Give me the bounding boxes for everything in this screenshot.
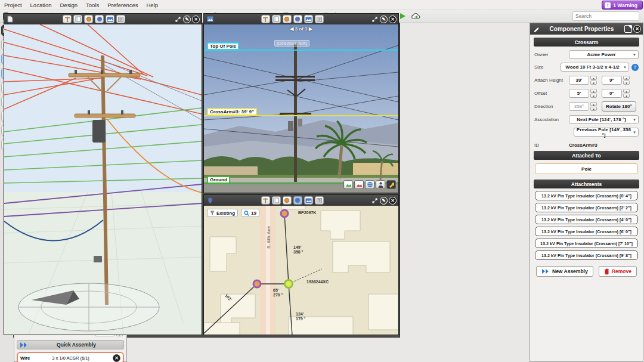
map-pole-marker-adjacent[interactable] [253,280,261,287]
quick-assembly-header[interactable]: Quick Assembly [17,340,124,349]
quick-assembly-row[interactable]: Wire 3 x 1/0 ACSR (6/1) ✕ [17,352,124,362]
compass-icon[interactable] [283,15,292,23]
menu-location[interactable]: Location [26,2,56,8]
spin-up-icon[interactable]: ▲ [590,89,597,93]
pole-view-icon[interactable] [63,15,72,23]
warning-badge[interactable]: ! 1 Warning [602,1,643,10]
offset-in-stepper[interactable]: 0" ▲▼ [602,88,630,98]
help-view-icon[interactable]: ? [315,15,324,23]
resize-icon[interactable] [370,196,379,205]
info-icon[interactable]: ? [631,64,639,71]
photo-view-header[interactable]: ? ✎ ✕ [204,14,398,24]
association-prev-select[interactable]: Previous Pole [149', 358 °]▼ [574,128,639,137]
edit-view-icon[interactable]: ✎ [183,16,191,23]
image-view-icon[interactable] [304,15,313,23]
person-icon[interactable] [376,180,385,189]
layout-view-icon[interactable] [272,15,281,23]
close-view-icon[interactable]: ✕ [389,16,397,23]
sphere-icon[interactable] [365,180,374,189]
photo-icon[interactable] [206,15,214,23]
compass-icon[interactable] [283,196,292,205]
spin-up-icon: ▲ [590,102,597,106]
attachment-button[interactable]: 13.2 kV Pin Type Insulator (Crossarm) [9… [535,250,638,260]
3d-scene[interactable] [4,24,202,335]
pin-view-icon[interactable] [293,196,302,205]
menu-design[interactable]: Design [56,2,82,8]
association-next-select[interactable]: Next Pole [124', 178 °]▼ [569,115,639,124]
menu-preferences[interactable]: Preferences [103,2,142,8]
pin-view-icon[interactable] [95,15,104,23]
wrench-icon[interactable] [386,180,396,189]
rotate-180-button[interactable]: Rotate 180° [602,101,636,112]
spin-down-icon[interactable]: ▼ [623,81,630,85]
menu-tools[interactable]: Tools [82,2,103,8]
page-icon[interactable] [6,15,14,23]
pole-view-icon[interactable] [261,196,270,205]
layout-view-icon[interactable] [73,15,82,23]
image-green-icon[interactable] [343,180,353,189]
remove-button[interactable]: Remove [599,266,637,277]
direction-stepper: 358° ▲▼ [569,102,597,112]
spin-down-icon[interactable]: ▼ [590,94,597,98]
attachment-button[interactable]: 13.2 kV Pin Type Insulator (Crossarm) [7… [535,239,638,248]
attached-to-pole-button[interactable]: Pole [535,163,638,174]
map-pin-icon[interactable] [206,196,214,205]
photo-content[interactable]: ◀ 3 of 3 ▶ (Direction: N/A) Top Of Pole … [204,24,398,193]
3d-view-header[interactable]: ? ✎ ✕ [4,14,202,24]
spin-down-icon[interactable]: ▼ [590,81,597,85]
map-view-header[interactable]: ? ✎ ✕ [204,195,398,206]
popout-icon[interactable] [624,25,632,33]
properties-panel-header: Component Properties ✕ [530,23,643,35]
attach-height-in-stepper[interactable]: 9" ▲▼ [602,75,630,85]
close-view-icon[interactable]: ✕ [192,16,200,23]
map-content[interactable]: Existing 19 S. 6th Ave BP2097K 1936244XC… [204,206,398,335]
image-red-icon[interactable] [354,180,364,189]
attachment-button[interactable]: 13.2 kV Pin Type Insulator (Crossarm) [4… [535,215,638,224]
map-zoom-chip[interactable]: 19 [241,209,259,217]
spin-down-icon[interactable]: ▼ [623,94,630,98]
menu-help[interactable]: Help [143,2,163,8]
close-view-icon[interactable]: ✕ [389,197,397,205]
search-input[interactable] [572,11,639,21]
3d-view-window: ? ✎ ✕ [4,13,202,335]
ground-label[interactable]: Ground [207,176,230,184]
next-photo-icon[interactable]: ▶ [307,26,312,32]
graphic-view-window: Graphic View - (1936244XC, Existing) + A… [0,0,400,338]
resize-icon[interactable] [174,15,182,23]
help-view-icon[interactable]: ? [315,196,324,205]
pole-view-icon[interactable] [261,15,270,23]
layout-view-icon[interactable] [272,196,281,205]
attach-height-ft-stepper[interactable]: 39' ▲▼ [569,75,597,85]
attachment-button[interactable]: 13.2 kV Pin Type Insulator (Crossarm) [6… [535,227,638,236]
image-view-icon[interactable] [106,15,114,23]
spin-up-icon[interactable]: ▲ [590,76,597,80]
attachment-button[interactable]: 13.2 kV Pin Type Insulator (Crossarm) [0… [535,191,638,200]
cloud-sync-icon[interactable] [410,11,422,21]
photo-pager[interactable]: ◀ 3 of 3 ▶ [204,26,398,32]
spin-up-icon[interactable]: ▲ [623,89,630,93]
attachment-button[interactable]: 13.2 kV Pin Type Insulator (Crossarm) [2… [535,203,638,212]
image-view-icon[interactable] [304,196,313,205]
owner-select[interactable]: Acme Power▼ [569,50,639,59]
top-of-pole-label[interactable]: Top Of Pole [207,42,239,50]
pin-view-icon[interactable] [293,15,302,23]
close-icon[interactable]: ✕ [633,25,641,33]
map-filter-chip[interactable]: Existing [207,209,238,217]
direction-annotation: (Direction: N/A) [274,40,309,47]
prev-photo-icon[interactable]: ◀ [290,26,295,32]
new-assembly-button[interactable]: New Assembly [536,266,593,277]
attach-height-label: Attach Height [534,78,569,83]
crossarm-height-label[interactable]: CrossArm#3: 39' 9" [207,108,257,116]
compass-icon[interactable] [84,15,93,23]
map-pole-marker-prev[interactable] [281,210,288,217]
help-view-icon[interactable]: ? [116,15,125,23]
edit-view-icon[interactable]: ✎ [380,16,388,23]
offset-ft-stepper[interactable]: 5' ▲▼ [569,88,597,98]
menu-project[interactable]: Project [0,2,26,8]
map-pole-marker-selected[interactable] [285,280,293,288]
spin-up-icon[interactable]: ▲ [623,76,630,80]
remove-quick-assembly-icon[interactable]: ✕ [113,354,120,362]
resize-icon[interactable] [370,15,379,23]
size-select[interactable]: Wood 10 Ft 3-1/2 x 4-1/2▼ [561,63,629,72]
edit-view-icon[interactable]: ✎ [380,197,388,205]
